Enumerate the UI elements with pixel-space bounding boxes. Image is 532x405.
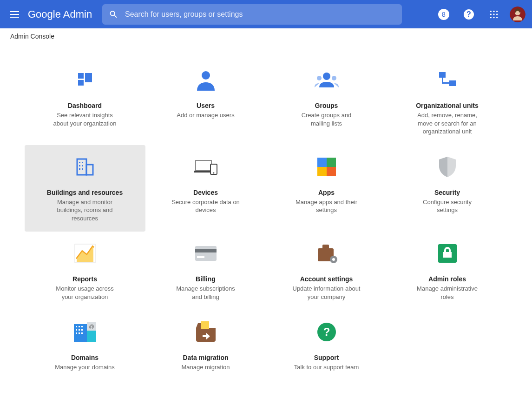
card-title: Security (394, 189, 501, 196)
admin-roles-icon (394, 240, 501, 267)
svg-rect-63 (76, 332, 77, 334)
limits-icon[interactable]: 8 (434, 5, 453, 24)
svg-rect-61 (79, 329, 80, 331)
buildings-icon (31, 153, 139, 180)
svg-rect-39 (317, 158, 327, 167)
card-desc: Manage migration (171, 363, 241, 372)
svg-text:@: @ (89, 324, 94, 329)
card-title: Data migration (152, 354, 260, 361)
apps-icon (273, 153, 381, 180)
svg-rect-40 (327, 158, 336, 167)
account-settings-icon (273, 240, 381, 267)
card-desc: Talk to our support team (292, 363, 361, 372)
search-icon (109, 9, 118, 20)
search-box[interactable] (102, 4, 402, 25)
dashboard-icon (31, 66, 139, 93)
svg-rect-1 (10, 14, 19, 15)
card-desc: See relevant insights about your organiz… (50, 111, 120, 127)
card-desc: Manage apps and their settings (292, 198, 361, 214)
card-desc: Monitor usage across your organization (50, 285, 120, 301)
card-title: Users (152, 102, 260, 109)
card-title: Apps (273, 189, 381, 196)
card-support[interactable]: ? Support Talk to our support team (266, 310, 387, 385)
svg-point-9 (493, 13, 494, 15)
breadcrumb: Admin Console (0, 28, 532, 44)
card-title: Dashboard (31, 102, 139, 109)
svg-rect-65 (81, 332, 83, 334)
svg-rect-28 (86, 165, 93, 175)
card-desc: Manage subscriptions and billing (171, 285, 241, 301)
data-migration-icon (152, 319, 260, 345)
card-desc: Add, remove, rename, move or search for … (413, 111, 482, 136)
svg-point-20 (323, 73, 330, 80)
svg-rect-49 (322, 245, 329, 249)
avatar[interactable] (510, 7, 525, 22)
security-icon (394, 153, 501, 180)
svg-rect-29 (79, 162, 80, 163)
card-desc: Configure security settings (413, 198, 482, 214)
svg-rect-35 (196, 160, 211, 171)
svg-rect-57 (76, 326, 77, 327)
svg-text:?: ? (466, 10, 471, 18)
svg-point-10 (496, 13, 498, 15)
svg-rect-26 (442, 82, 451, 84)
card-domains[interactable]: @ Domains Manage your domains (25, 310, 145, 385)
card-grid: Dashboard See relevant insights about yo… (0, 44, 532, 385)
card-security[interactable]: Security Configure security settings (387, 145, 508, 232)
card-account-settings[interactable]: Account settings Update information abou… (266, 232, 387, 310)
support-icon: ? (273, 319, 381, 345)
svg-point-11 (490, 17, 492, 18)
svg-rect-34 (82, 168, 83, 170)
card-desc: Create groups and mailing lists (292, 111, 361, 127)
apps-grid-icon[interactable] (485, 5, 503, 24)
svg-point-6 (493, 10, 494, 12)
card-data-migration[interactable]: Data migration Manage migration (145, 310, 266, 385)
card-title: Devices (152, 189, 260, 196)
card-desc: Manage your domains (50, 363, 120, 372)
card-desc: Manage and monitor buildings, rooms and … (50, 198, 120, 223)
svg-point-51 (332, 258, 335, 261)
card-reports[interactable]: Reports Monitor usage across your organi… (25, 232, 145, 310)
svg-rect-23 (439, 72, 446, 78)
card-org-units[interactable]: Organizational units Add, remove, rename… (387, 58, 508, 145)
card-title: Organizational units (394, 102, 501, 109)
card-title: Admin roles (394, 275, 501, 283)
card-users[interactable]: Users Add or manage users (145, 58, 266, 145)
card-desc: Add or manage users (171, 111, 241, 120)
card-dashboard[interactable]: Dashboard See relevant insights about yo… (25, 58, 145, 145)
card-title: Support (273, 354, 381, 361)
help-icon[interactable]: ? (460, 5, 478, 24)
logo[interactable]: Google Admin (28, 8, 92, 20)
card-buildings-resources[interactable]: Buildings and resources Manage and monit… (25, 145, 145, 232)
card-billing[interactable]: Billing Manage subscriptions and billing (145, 232, 266, 310)
org-units-icon (394, 66, 501, 93)
svg-rect-33 (79, 168, 80, 170)
svg-rect-30 (82, 162, 83, 163)
svg-rect-16 (78, 73, 84, 79)
card-groups[interactable]: Groups Create groups and mailing lists (266, 58, 387, 145)
header: Google Admin 8 ? (0, 0, 532, 28)
card-title: Domains (31, 354, 139, 361)
svg-rect-45 (195, 246, 217, 261)
svg-rect-47 (197, 256, 204, 258)
svg-point-19 (202, 71, 210, 80)
svg-text:?: ? (323, 325, 330, 338)
card-devices[interactable]: Devices Secure corporate data on devices (145, 145, 266, 232)
billing-icon (152, 240, 260, 267)
svg-point-22 (332, 76, 336, 80)
card-admin-roles[interactable]: Admin roles Manage administrative roles (387, 232, 508, 310)
svg-point-12 (493, 17, 494, 18)
logo-text: Google Admin (28, 8, 92, 20)
devices-icon (152, 153, 260, 180)
menu-icon[interactable] (9, 8, 21, 20)
card-title: Billing (152, 275, 260, 283)
card-desc: Manage administrative roles (413, 285, 482, 301)
card-apps[interactable]: Apps Manage apps and their settings (266, 145, 387, 232)
search-input[interactable] (125, 10, 395, 19)
svg-rect-18 (78, 80, 84, 86)
groups-icon (273, 66, 381, 93)
svg-point-7 (496, 10, 498, 12)
svg-rect-42 (327, 167, 336, 176)
svg-point-5 (490, 10, 492, 12)
svg-point-13 (496, 17, 498, 18)
